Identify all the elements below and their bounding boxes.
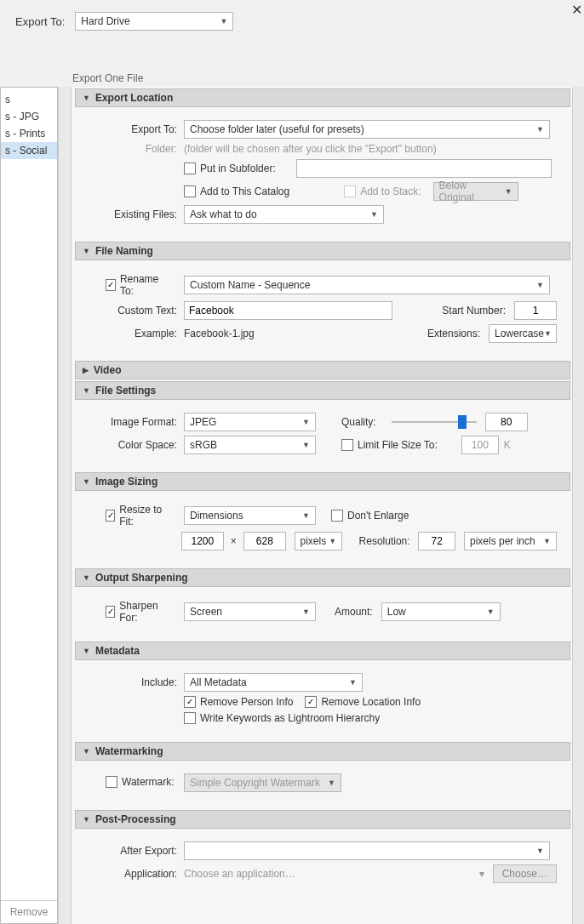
section-title: Output Sharpening [95,572,188,584]
application-label: Application: [89,868,184,880]
write-keywords-checkbox[interactable]: Write Keywords as Lightroom Hierarchy [184,712,380,724]
triangle-down-icon: ▼ [83,247,90,255]
resolution-input[interactable] [418,532,455,550]
chevron-down-icon: ▼ [505,187,512,196]
chevron-down-icon: ▼ [302,607,310,616]
filename-template-select[interactable]: Custom Name - Sequence ▼ [184,276,550,294]
triangle-down-icon: ▾ [479,868,493,880]
section-image-sizing-header[interactable]: ▼ Image Sizing [75,472,570,491]
subfolder-input[interactable] [296,159,552,178]
below-original-select: Below Original ▼ [433,182,518,201]
resolution-unit-select[interactable]: pixels per inch ▼ [464,532,557,550]
chevron-down-icon: ▼ [329,537,336,545]
limit-filesize-label: Limit File Size To: [358,439,438,451]
quality-slider[interactable] [392,415,477,429]
chevron-down-icon: ▼ [349,678,357,687]
triangle-down-icon: ▼ [83,386,90,395]
custom-text-input[interactable] [184,301,392,320]
add-to-catalog-checkbox[interactable]: Add to This Catalog [184,185,289,197]
resolution-unit-value: pixels per inch [470,535,535,547]
sidebar-item[interactable]: s - Social [1,142,57,159]
folder-hint: (folder will be chosen after you click t… [184,143,437,155]
amount-label: Amount: [335,606,373,618]
add-to-catalog-label: Add to This Catalog [200,185,289,197]
section-title: File Settings [95,385,156,396]
chevron-down-icon: ▼ [302,511,310,520]
section-video-header[interactable]: ▶ Video [75,361,570,379]
extensions-select[interactable]: Lowercase ▼ [489,324,557,343]
export-to-folder-select[interactable]: Choose folder later (useful for presets)… [184,120,550,139]
chevron-down-icon: ▼ [302,418,310,426]
section-file-naming-header[interactable]: ▼ File Naming [75,242,570,260]
chevron-down-icon: ▼ [543,537,551,545]
watermark-checkbox[interactable]: Watermark: [106,776,175,788]
sidebar-item[interactable]: s [1,91,57,108]
chevron-down-icon: ▼ [536,125,544,134]
export-to-label2: Export To: [89,123,184,135]
sidebar-scrollbar[interactable] [58,87,72,924]
sidebar-item[interactable]: s - Prints [1,125,57,142]
after-export-select[interactable]: ▼ [184,841,550,860]
include-select[interactable]: All Metadata ▼ [184,673,363,692]
add-to-stack-label: Add to Stack: [360,185,421,197]
size-unit-value: pixels [301,535,327,547]
image-format-label: Image Format: [89,416,184,428]
remove-location-label: Remove Location Info [321,696,421,708]
start-number-label: Start Number: [442,305,506,317]
limit-filesize-unit: K [499,439,511,451]
chevron-down-icon: ▼ [544,329,552,338]
sharpen-for-select[interactable]: Screen ▼ [184,602,316,621]
resize-to-fit-checkbox[interactable]: Resize to Fit: [106,504,165,528]
image-format-select[interactable]: JPEG ▼ [184,413,316,431]
below-original-value: Below Original [439,180,505,203]
put-in-subfolder-checkbox[interactable]: Put in Subfolder: [184,163,276,174]
export-to-select[interactable]: Hard Drive ▼ [75,12,233,31]
close-icon[interactable]: ✕ [571,2,582,18]
section-title: Video [94,364,121,376]
section-watermarking-header[interactable]: ▼ Watermarking [75,742,570,761]
sidebar-item[interactable]: s - JPG [1,108,57,125]
export-to-folder-value: Choose folder later (useful for presets) [190,123,364,135]
section-file-settings-header[interactable]: ▼ File Settings [75,381,570,400]
existing-files-label: Existing Files: [89,208,184,220]
filename-template-value: Custom Name - Sequence [190,279,310,291]
remove-person-checkbox[interactable]: Remove Person Info [184,696,293,708]
section-metadata-header[interactable]: ▼ Metadata [75,642,570,660]
watermark-select: Simple Copyright Watermark ▼ [184,773,341,792]
choose-button: Choose… [493,864,557,883]
sharpen-for-checkbox[interactable]: Sharpen For: [106,600,165,624]
quality-input[interactable] [485,413,528,431]
remove-button[interactable]: Remove [1,900,57,923]
section-sharpening-header[interactable]: ▼ Output Sharpening [75,568,570,587]
section-title: Post-Processing [95,813,176,825]
triangle-down-icon: ▼ [83,815,90,824]
remove-person-label: Remove Person Info [200,696,293,708]
include-value: All Metadata [190,676,247,688]
height-input[interactable] [243,532,286,550]
color-space-label: Color Space: [89,439,184,451]
section-export-location-header[interactable]: ▼ Export Location [75,88,570,107]
resolution-label: Resolution: [359,535,410,547]
resize-mode-value: Dimensions [190,510,243,522]
dont-enlarge-checkbox[interactable]: Don't Enlarge [331,510,409,522]
rename-to-checkbox[interactable]: Rename To: [106,273,165,297]
remove-location-checkbox[interactable]: Remove Location Info [305,696,421,708]
start-number-input[interactable] [514,301,557,320]
amount-select[interactable]: Low ▼ [381,602,501,621]
custom-text-label: Custom Text: [89,305,184,317]
color-space-select[interactable]: sRGB ▼ [184,436,316,454]
limit-filesize-checkbox[interactable]: Limit File Size To: [341,439,438,451]
size-unit-select[interactable]: pixels ▼ [295,532,343,550]
extensions-value: Lowercase [495,328,544,339]
width-input[interactable] [181,532,224,550]
application-placeholder: Choose an application… [184,868,479,880]
limit-filesize-input[interactable] [461,436,499,454]
chevron-down-icon: ▼ [536,281,544,289]
after-export-label: After Export: [89,845,184,857]
resize-to-fit-label: Resize to Fit: [119,504,165,528]
panel-scrollbar[interactable] [572,87,584,924]
resize-mode-select[interactable]: Dimensions ▼ [184,506,316,525]
section-post-processing-header[interactable]: ▼ Post-Processing [75,810,570,829]
existing-files-select[interactable]: Ask what to do ▼ [184,205,384,224]
example-value: Facebook-1.jpg [184,328,255,339]
